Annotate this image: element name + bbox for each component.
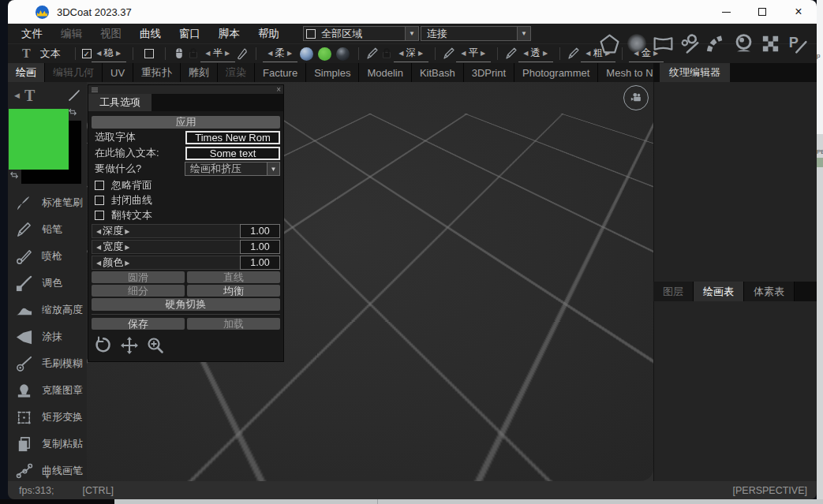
nib-icon[interactable]	[235, 47, 249, 61]
stepper-left-icon[interactable]: ◀	[96, 259, 101, 267]
panel-title-tab[interactable]: 工具选项	[88, 94, 152, 111]
pentagon-icon[interactable]	[598, 31, 621, 56]
tool-item[interactable]: 缩放高度	[8, 297, 87, 323]
stepper-left-icon[interactable]: ◀	[205, 50, 210, 57]
checkbox[interactable]	[95, 181, 104, 190]
workspace-tab[interactable]: Facture	[255, 63, 306, 82]
menu-item[interactable]: 曲线	[136, 27, 165, 41]
checker-icon[interactable]	[759, 31, 782, 56]
stepper-left-icon[interactable]: ◀	[96, 228, 101, 235]
stepper-right-icon[interactable]: ▶	[225, 50, 230, 57]
stepper-right-icon[interactable]: ▶	[418, 50, 423, 57]
rectangle-mode-icon[interactable]	[144, 49, 154, 58]
lock-icon[interactable]	[186, 47, 200, 61]
opacity-slider[interactable]: ◀ 透 ▶	[518, 46, 553, 62]
swap-colors-icon[interactable]	[68, 107, 77, 117]
slider-row[interactable]: ◀ 颜色 ▶ 1.00	[92, 256, 280, 270]
tool-item[interactable]: 克隆图章	[8, 377, 87, 404]
stepper-left-icon[interactable]: ◀	[267, 50, 272, 57]
slider-value[interactable]: 1.00	[240, 256, 280, 270]
stability-slider[interactable]: ◀ 稳 ▶	[92, 46, 126, 62]
stepper-right-icon[interactable]: ▶	[116, 50, 121, 57]
hamburger-icon[interactable]	[91, 87, 99, 93]
slider-value[interactable]: 1.00	[240, 240, 280, 254]
slider-value[interactable]: 1.00	[240, 224, 280, 238]
stepper-left-icon[interactable]: ◀	[585, 50, 590, 57]
workspace-tab[interactable]: 绘画	[8, 63, 45, 82]
layers-panel-body[interactable]	[653, 301, 817, 481]
chevron-down-icon[interactable]: ▼	[517, 27, 530, 40]
texture-editor-body[interactable]	[653, 82, 817, 282]
save-button[interactable]: 保存	[92, 318, 185, 330]
frame-icon[interactable]	[652, 31, 675, 56]
text-field[interactable]: Some text	[185, 147, 280, 160]
tool-item[interactable]: 调色	[8, 270, 87, 297]
flat-slider[interactable]: ◀ 平 ▶	[456, 46, 491, 62]
stepper-right-icon[interactable]: ▶	[543, 50, 548, 57]
region-selector[interactable]: 全部区域 ▼	[303, 26, 419, 41]
slider-row[interactable]: ◀ 宽度 ▶ 1.00	[92, 240, 280, 254]
action-dropdown[interactable]: 绘画和挤压 ▼	[185, 162, 280, 176]
scrollbar-thumb[interactable]	[114, 499, 823, 504]
text-tool-icon[interactable]: T	[22, 47, 31, 61]
menu-item[interactable]: 脚本	[215, 27, 244, 41]
workspace-tab[interactable]: 重拓扑	[133, 63, 181, 82]
swap-colors-icon[interactable]	[9, 170, 19, 180]
menu-item[interactable]: 窗口	[175, 27, 204, 41]
hard-corner-toggle-button[interactable]: 硬角切换	[92, 298, 280, 311]
collapse-left-icon[interactable]: ◀	[14, 91, 20, 99]
menu-item[interactable]: 编辑	[57, 27, 86, 41]
workspace-tab[interactable]: 雕刻	[181, 63, 218, 82]
pencil-icon[interactable]	[365, 47, 380, 61]
right-panel-tab[interactable]: 体素表	[744, 282, 795, 301]
checkbox[interactable]	[95, 211, 104, 220]
stepper-left-icon[interactable]: ◀	[96, 244, 101, 251]
close-button[interactable]: ×	[780, 0, 817, 24]
connect-selector[interactable]: 连接 ▼	[421, 26, 531, 41]
tool-item[interactable]: 铅笔	[8, 216, 87, 243]
chevron-down-icon[interactable]: ▼	[405, 27, 418, 40]
soft-circle-icon[interactable]	[625, 31, 648, 56]
stepper-left-icon[interactable]: ◀	[96, 50, 101, 57]
stepper-right-icon[interactable]: ▶	[125, 228, 129, 235]
move-cross-icon[interactable]	[120, 336, 139, 355]
minimize-button[interactable]	[708, 0, 744, 24]
half-slider[interactable]: ◀ 半 ▶	[200, 46, 235, 62]
tool-item[interactable]: 喷枪	[8, 243, 87, 270]
tool-item[interactable]: 标准笔刷	[8, 189, 87, 216]
slider-row[interactable]: ◀ 深度 ▶ 1.00	[92, 224, 280, 238]
subdivide-button[interactable]: 细分	[92, 285, 185, 297]
stepper-left-icon[interactable]: ◀	[461, 50, 466, 57]
checkbox-row[interactable]: 忽略背面	[92, 177, 280, 192]
texture-editor-tab[interactable]: 纹理编辑器	[660, 63, 730, 82]
workspace-tab[interactable]: Photogrammet	[514, 63, 598, 82]
zoom-plus-icon[interactable]	[146, 336, 165, 355]
stability-checkbox[interactable]: ✓	[82, 49, 92, 58]
workspace-tab[interactable]: 3DPrint	[464, 63, 514, 82]
chevron-down-icon[interactable]: ▼	[267, 162, 279, 175]
lock-icon[interactable]	[380, 47, 394, 61]
workspace-tab[interactable]: Simples	[306, 63, 359, 82]
text-tool-header[interactable]: ◀ T	[8, 82, 87, 109]
p-brush-icon[interactable]: P	[786, 31, 809, 56]
load-button[interactable]: 加载	[187, 318, 280, 330]
balance-button[interactable]: 均衡	[187, 285, 280, 297]
sphere-green-icon[interactable]	[318, 47, 331, 61]
right-panel-tab[interactable]: 绘画表	[694, 282, 744, 301]
region-checkbox[interactable]	[306, 29, 316, 39]
stepper-right-icon[interactable]: ▶	[287, 50, 292, 57]
workspace-tab[interactable]: UV	[103, 63, 133, 82]
webcam-icon[interactable]	[732, 31, 755, 56]
right-panel-tab[interactable]: 图层	[653, 282, 694, 301]
soft-slider[interactable]: ◀ 柔 ▶	[263, 46, 297, 62]
panel-grip[interactable]: ×	[88, 85, 283, 94]
tool-item[interactable]: 涂抹	[8, 323, 87, 350]
smooth-button[interactable]: 圆滑	[92, 271, 185, 283]
workspace-tab[interactable]: Modelin	[359, 63, 412, 82]
stepper-right-icon[interactable]: ▶	[125, 244, 129, 251]
workspace-tab[interactable]: 编辑几何	[45, 63, 103, 82]
pencil-icon[interactable]	[504, 47, 518, 61]
sphere-blue-icon[interactable]	[300, 47, 313, 61]
tool-item[interactable]: 矩形变换	[8, 404, 87, 431]
depth-slider[interactable]: ◀ 深 ▶	[394, 46, 428, 62]
